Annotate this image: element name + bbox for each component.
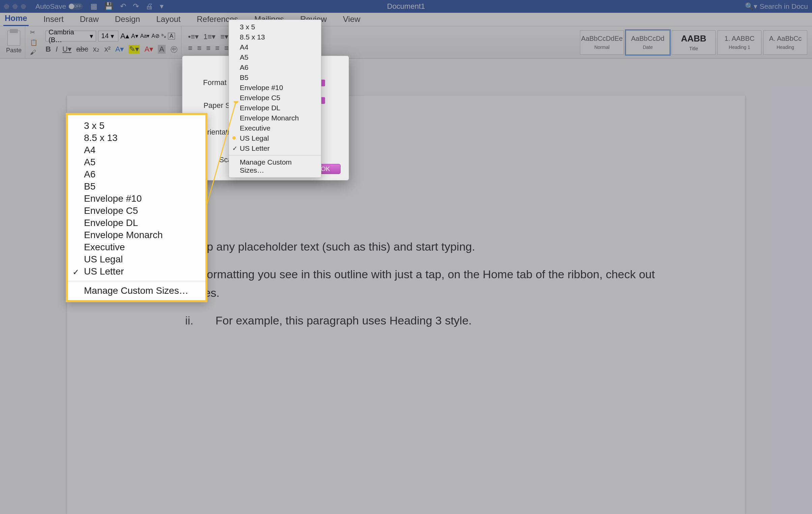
style-title[interactable]: AABBTitle	[672, 30, 716, 55]
increase-font-icon[interactable]: A▴	[120, 32, 129, 40]
paper-size-dropdown-zoom: 3 x 58.5 x 13A4A5A6B5Envelope #10Envelop…	[66, 113, 207, 302]
format-painter-icon[interactable]: 🖌	[30, 49, 37, 56]
font-family-select[interactable]: Cambria (B…▾	[46, 31, 96, 41]
manage-custom-sizes[interactable]: Manage Custom Sizes…	[68, 285, 205, 300]
align-center-icon[interactable]: ≡	[197, 44, 202, 53]
bold-button[interactable]: B	[46, 45, 51, 54]
paste-icon[interactable]	[7, 31, 20, 46]
paper-size-option[interactable]: US Legal	[68, 253, 205, 265]
paper-size-option[interactable]: 3 x 5	[229, 22, 321, 32]
close-dot[interactable]	[4, 4, 9, 9]
font-color-icon[interactable]: A▾	[144, 45, 153, 54]
paper-size-option[interactable]: 8.5 x 13	[68, 132, 205, 144]
italic-button[interactable]: I	[56, 45, 58, 54]
save-icon[interactable]: 💾	[104, 2, 113, 11]
tab-insert[interactable]: Insert	[42, 12, 65, 26]
distributed-icon[interactable]: ≡	[224, 44, 229, 53]
char-shading-icon[interactable]: A	[158, 45, 166, 54]
align-right-icon[interactable]: ≡	[206, 44, 211, 53]
superscript-button[interactable]: x²	[104, 45, 110, 54]
paper-size-option[interactable]: Executive	[229, 123, 321, 133]
more-icon[interactable]: ▾	[160, 2, 164, 11]
font-group: Cambria (B…▾ 14▾ A▴ A▾ Aa▾ A⊘ ᵇₐ A B I U…	[42, 26, 181, 58]
body-line: ext formatting you see in this outline w…	[185, 265, 657, 302]
autosave-label: AutoSave	[35, 2, 66, 10]
paper-size-option[interactable]: 8.5 x 13	[229, 32, 321, 42]
paper-size-option[interactable]: US Letter✓	[68, 265, 205, 278]
manage-custom-sizes[interactable]: Manage Custom Sizes…	[229, 157, 321, 175]
align-left-icon[interactable]: ≡	[188, 44, 193, 53]
search-icon: 🔍▾	[745, 2, 757, 10]
paper-size-option[interactable]: Envelope Monarch	[68, 229, 205, 241]
decrease-font-icon[interactable]: A▾	[131, 32, 138, 40]
minimize-dot[interactable]	[12, 4, 18, 9]
paper-size-option[interactable]: Envelope Monarch	[229, 113, 321, 123]
multilevel-icon[interactable]: ≡▾	[220, 32, 228, 41]
style-normal[interactable]: AaBbCcDdEeNormal	[580, 30, 624, 55]
quick-access-toolbar: ▦ 💾 ↶ ↷ 🖨 ▾	[90, 2, 164, 11]
ribbon: Paste ✂ 📋 🖌 Cambria (B…▾ 14▾ A▴ A▾ Aa▾ A…	[0, 26, 812, 59]
tab-draw[interactable]: Draw	[79, 12, 100, 26]
menu-tabs: HomeInsertDrawDesignLayoutReferencesMail…	[0, 13, 812, 26]
window-controls[interactable]	[4, 4, 26, 9]
enclose-char-icon[interactable]: ㊥	[170, 44, 178, 54]
paper-size-option[interactable]: 3 x 5	[68, 120, 205, 132]
tab-design[interactable]: Design	[114, 12, 142, 26]
clear-format-icon[interactable]: A⊘	[151, 33, 160, 39]
paper-size-option[interactable]: US Legal	[229, 133, 321, 143]
style-heading-1[interactable]: 1. AABBCHeading 1	[718, 30, 761, 55]
font-size-select[interactable]: 14▾	[98, 31, 118, 41]
tab-view[interactable]: View	[342, 12, 362, 26]
text-effects-icon[interactable]: A▾	[115, 45, 124, 54]
tab-layout[interactable]: Layout	[155, 12, 182, 26]
cut-icon[interactable]: ✂	[30, 29, 37, 36]
redo-icon[interactable]: ↷	[133, 2, 139, 11]
paper-size-option[interactable]: Envelope C5	[68, 205, 205, 217]
paper-size-option[interactable]: A4	[229, 42, 321, 52]
paper-size-option[interactable]: Executive	[68, 241, 205, 253]
justify-icon[interactable]: ≡	[215, 44, 220, 53]
paper-size-option[interactable]: B5	[229, 73, 321, 83]
paper-size-option[interactable]: Envelope DL	[229, 103, 321, 113]
paper-size-dropdown: 3 x 58.5 x 13A4A5A6B5Envelope #10Envelop…	[229, 20, 321, 178]
zoom-dot[interactable]	[21, 4, 26, 9]
body-line: For example, this paragraph uses Heading…	[215, 311, 657, 330]
paper-size-option[interactable]: Envelope C5	[229, 93, 321, 103]
paper-size-option[interactable]: Envelope #10	[68, 193, 205, 205]
style-date[interactable]: AaBbCcDdDate	[626, 30, 670, 55]
paste-label: Paste	[6, 47, 22, 54]
strike-button[interactable]: abc	[76, 45, 88, 54]
body-line: st tap any placeholder text (such as thi…	[185, 237, 657, 256]
paper-size-option[interactable]: B5	[68, 180, 205, 193]
bullets-icon[interactable]: •≡▾	[188, 32, 199, 41]
paper-size-option[interactable]: A6	[229, 62, 321, 73]
styles-gallery[interactable]: AaBbCcDdEeNormalAaBbCcDdDateAABBTitle1. …	[580, 30, 809, 55]
search-placeholder: Search in Docu	[759, 2, 808, 10]
document-title: Document1	[387, 2, 425, 11]
autosave-toggle[interactable]: AutoSave OFF	[35, 2, 83, 10]
undo-icon[interactable]: ↶	[120, 2, 126, 11]
style-heading[interactable]: A. AaBbCcHeading	[763, 30, 807, 55]
print-icon[interactable]: 🖨	[146, 2, 153, 11]
highlight-icon[interactable]: ✎▾	[128, 45, 140, 54]
copy-icon[interactable]: 📋	[30, 39, 37, 46]
underline-button[interactable]: U▾	[62, 45, 71, 54]
paper-size-option[interactable]: A5	[229, 52, 321, 62]
tab-home[interactable]: Home	[3, 11, 29, 26]
paper-size-option[interactable]: Envelope #10	[229, 83, 321, 93]
subscript-button[interactable]: x₂	[93, 45, 99, 54]
paper-size-option[interactable]: A5	[68, 156, 205, 168]
phonetic-icon[interactable]: ᵇₐ	[162, 33, 166, 39]
titlebar: AutoSave OFF ▦ 💾 ↶ ↷ 🖨 ▾ Document1 🔍▾ Se…	[0, 0, 812, 13]
paper-size-option[interactable]: Envelope DL	[68, 217, 205, 229]
char-border-icon[interactable]: A	[168, 33, 175, 39]
search-box[interactable]: 🔍▾ Search in Docu	[745, 2, 808, 10]
change-case-icon[interactable]: Aa▾	[140, 33, 150, 39]
numbering-icon[interactable]: 1≡▾	[203, 32, 215, 41]
paper-size-option[interactable]: A4	[68, 144, 205, 156]
clipboard-group: Paste	[3, 26, 25, 58]
paper-size-option[interactable]: A6	[68, 168, 205, 180]
layout-icon[interactable]: ▦	[90, 2, 97, 11]
paper-size-option[interactable]: US Letter✓	[229, 143, 321, 153]
